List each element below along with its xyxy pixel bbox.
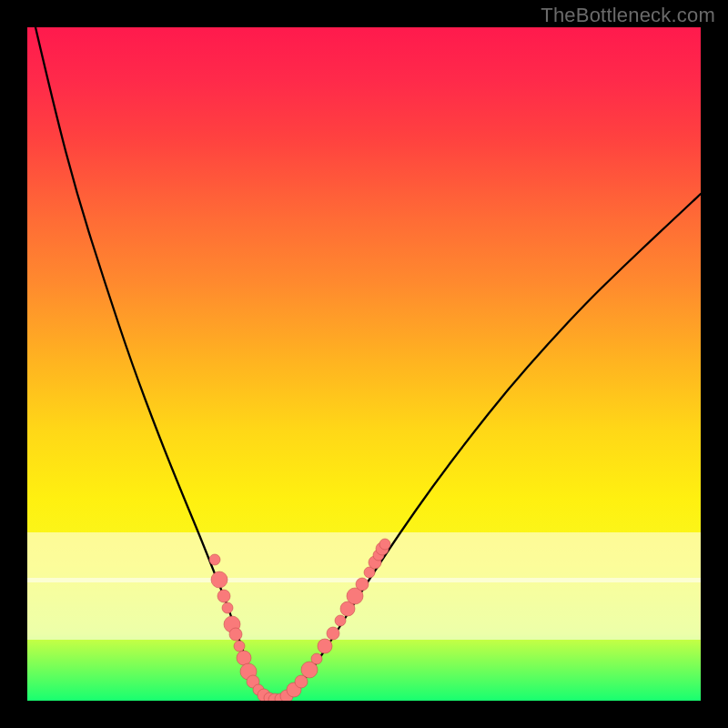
curve-marker	[217, 590, 230, 602]
watermark-text: TheBottleneck.com	[541, 4, 715, 27]
curve-marker	[211, 571, 228, 588]
curve-marker	[356, 578, 369, 591]
bottleneck-curve	[35, 27, 701, 701]
curve-marker	[234, 641, 245, 652]
curve-marker	[318, 639, 332, 653]
curve-marker	[311, 653, 322, 664]
chart-frame: TheBottleneck.com	[0, 0, 728, 728]
chart-overlay	[27, 27, 701, 701]
curve-marker	[229, 628, 242, 641]
curve-marker	[379, 539, 390, 550]
curve-marker	[222, 602, 233, 613]
curve-marker	[209, 554, 220, 565]
curve-markers	[209, 539, 390, 701]
curve-marker	[335, 615, 346, 626]
plot-area	[27, 27, 701, 701]
curve-marker	[327, 627, 339, 640]
curve-marker	[237, 651, 251, 665]
